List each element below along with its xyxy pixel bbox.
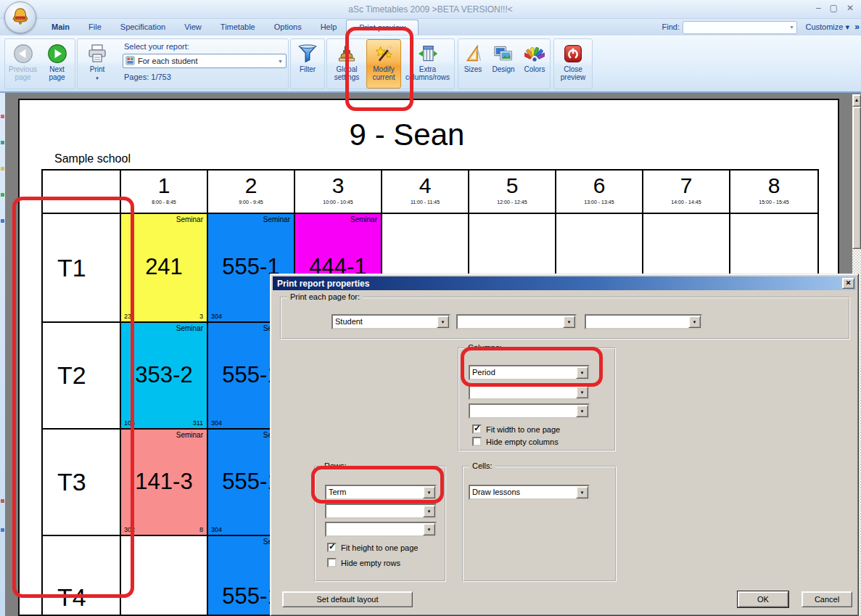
hide-empty-columns-checkbox[interactable] xyxy=(472,437,482,446)
columns-select-3[interactable]: ▼ xyxy=(469,403,590,419)
chevron-down-icon[interactable]: ▼ xyxy=(437,316,449,328)
report-select[interactable]: For each student ▼ xyxy=(123,54,287,68)
window-close-icon[interactable]: ✕ xyxy=(846,3,854,13)
fit-width-checkbox[interactable] xyxy=(472,424,482,434)
ribbon-group-design: Sizes Design xyxy=(458,38,551,89)
app-menu-orb[interactable] xyxy=(4,1,36,33)
tab-file[interactable]: File xyxy=(79,20,111,35)
cells-select[interactable]: Draw lessons ▼ xyxy=(469,485,590,500)
tab-main[interactable]: Main xyxy=(42,20,79,35)
minimize-icon[interactable]: – xyxy=(816,3,821,13)
global-settings-button[interactable]: Global settings xyxy=(327,39,366,89)
fit-width-label: Fit width to one page xyxy=(486,425,560,434)
report-combo-icon xyxy=(125,56,135,67)
row-header-t1: T1 xyxy=(43,214,121,323)
ribbon-group-navigation: Previous page Next page xyxy=(4,38,75,89)
chevron-down-icon[interactable]: ▼ xyxy=(688,316,701,328)
hide-empty-rows-checkbox[interactable] xyxy=(327,558,337,567)
column-header-3: 3 10:00 - 10:45 xyxy=(295,171,382,214)
set-default-layout-button[interactable]: Set default layout xyxy=(282,591,413,607)
row-header-t3: T3 xyxy=(43,430,121,536)
ribbon-group-modify: Global settings Modify current xyxy=(326,38,455,89)
printer-icon xyxy=(87,42,107,65)
tab-view[interactable]: View xyxy=(175,20,211,35)
tab-options[interactable]: Options xyxy=(265,20,311,35)
next-page-button[interactable]: Next page xyxy=(41,39,73,89)
report-select-value: For each student xyxy=(138,57,198,65)
tab-print-preview[interactable]: Print preview xyxy=(346,20,419,35)
design-button[interactable]: Design xyxy=(487,39,519,89)
report-dropdown-icon[interactable]: ▼ xyxy=(278,59,283,64)
hide-empty-rows-label: Hide empty rows xyxy=(341,559,400,567)
maximize-icon[interactable]: ▢ xyxy=(830,3,838,13)
ribbon-group-close: Close preview xyxy=(553,38,593,89)
modify-current-wand-icon xyxy=(374,42,394,65)
tab-help[interactable]: Help xyxy=(311,20,347,35)
timetable-cell xyxy=(121,536,208,616)
ok-button[interactable]: OK xyxy=(738,591,788,607)
chevron-down-icon[interactable]: ▼ xyxy=(563,316,575,328)
tab-specification[interactable]: Specification xyxy=(111,20,175,35)
fit-height-label: Fit height to one page xyxy=(341,543,418,552)
chevron-down-icon[interactable]: ▼ xyxy=(576,405,588,417)
corner-cell xyxy=(43,171,121,214)
rows-select-1[interactable]: Term ▼ xyxy=(325,485,437,500)
chevron-down-icon[interactable]: ▼ xyxy=(423,523,435,535)
print-dropdown-icon[interactable]: ▼ xyxy=(95,75,99,83)
sizes-ruler-icon xyxy=(463,42,483,65)
colors-button[interactable]: Colors xyxy=(519,39,550,89)
chevron-down-icon[interactable]: ▼ xyxy=(576,386,588,398)
row-header-t2: T2 xyxy=(43,323,121,430)
select-report-label: Select your report: xyxy=(123,42,287,51)
modify-current-button[interactable]: Modify current xyxy=(366,39,401,89)
print-button[interactable]: Print ▼ xyxy=(78,39,117,89)
previous-page-icon xyxy=(13,42,33,65)
ribbon-group-filter: Filter xyxy=(290,38,325,89)
rows-select-3[interactable]: ▼ xyxy=(325,522,437,537)
columns-select-1[interactable]: Period ▼ xyxy=(469,365,590,380)
previous-page-button[interactable]: Previous page xyxy=(5,39,41,89)
ribbon-tab-row: Main File Specification View Timetable O… xyxy=(0,19,861,36)
page-for-select-1[interactable]: Student ▼ xyxy=(331,314,450,329)
customize-button[interactable]: Customize ▾ xyxy=(805,22,849,32)
application-window: aSc Timetables 2009 >BETA VERSION!!!< – … xyxy=(0,0,861,616)
page-for-select-2[interactable]: ▼ xyxy=(456,314,577,329)
find-label: Find: xyxy=(662,22,680,31)
filter-button[interactable]: Filter xyxy=(291,39,324,89)
extra-columns-rows-button[interactable]: Extra columns/rows xyxy=(401,39,454,89)
scroll-up-icon[interactable]: ▲ xyxy=(852,94,861,107)
chevron-right-icon[interactable]: » xyxy=(854,22,860,32)
tab-timetable[interactable]: Timetable xyxy=(211,20,265,35)
find-dropdown-icon[interactable]: ▼ xyxy=(789,25,794,30)
scrollbar-thumb[interactable] xyxy=(852,107,861,249)
rows-select-2[interactable]: ▼ xyxy=(325,504,437,519)
cells-group: Cells: xyxy=(462,466,617,582)
find-input[interactable]: ▼ xyxy=(683,21,797,34)
chevron-down-icon[interactable]: ▼ xyxy=(576,366,588,379)
chevron-down-icon[interactable]: ▼ xyxy=(576,486,588,498)
chevron-down-icon[interactable]: ▼ xyxy=(423,505,435,517)
column-header-2: 2 9:00 - 9:45 xyxy=(208,171,295,214)
report-selector: Select your report: For each student ▼ P… xyxy=(123,42,287,81)
next-page-icon xyxy=(47,42,67,65)
window-title: aSc Timetables 2009 >BETA VERSION!!!< xyxy=(0,4,861,15)
colors-palette-icon xyxy=(524,42,545,65)
column-header-4: 4 11:00 - 11:45 xyxy=(382,171,469,214)
pages-indicator: Pages: 1/753 xyxy=(123,73,287,81)
sizes-button[interactable]: Sizes xyxy=(458,39,487,89)
dialog-title: Print report properties xyxy=(277,279,369,289)
page-for-select-3[interactable]: ▼ xyxy=(585,314,702,329)
background-window-edge xyxy=(0,93,5,616)
columns-group-label: Columns: xyxy=(465,343,504,352)
close-preview-button[interactable]: Close preview xyxy=(554,39,592,89)
app-logo-bell-icon xyxy=(9,5,31,30)
close-icon[interactable]: ✕ xyxy=(842,278,854,289)
chevron-down-icon[interactable]: ▼ xyxy=(423,486,435,498)
cancel-button[interactable]: Cancel xyxy=(802,591,852,607)
ribbon-group-print: Print ▼ Select your report: For each stu… xyxy=(77,38,289,89)
global-settings-stamp-icon xyxy=(337,42,357,65)
filter-funnel-icon xyxy=(297,42,318,65)
fit-height-checkbox[interactable] xyxy=(327,543,337,552)
columns-select-2[interactable]: ▼ xyxy=(469,385,590,400)
lesson-cell-t3-p1: Seminar 141-3 302 8 xyxy=(121,430,208,536)
